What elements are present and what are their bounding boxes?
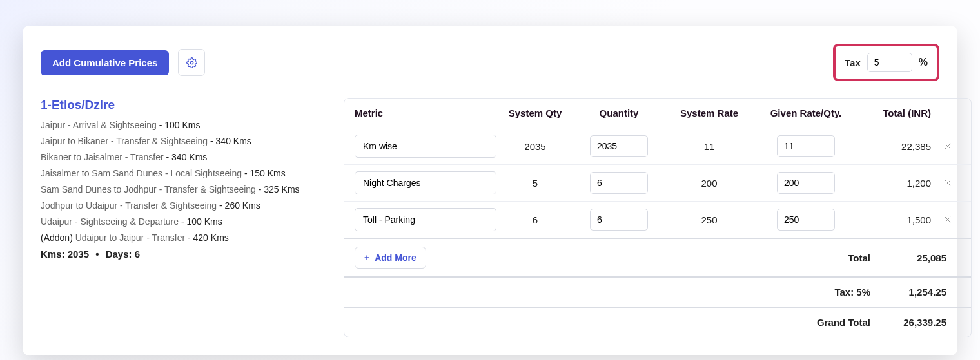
route-line: Udaipur - Sightseeing & Departure - 100 …: [41, 215, 318, 229]
close-icon: [943, 142, 952, 151]
route-km: - 340 Kms: [166, 152, 208, 162]
table-tax-row: Tax: 5% 1,254.25: [344, 278, 971, 308]
itinerary-panel: 1-Etios/Dzire Jaipur - Arrival & Sightse…: [41, 98, 318, 260]
route-segment: Jodhpur to Udaipur - Transfer & Sightsee…: [41, 200, 219, 211]
summary-kms: Kms: 2035: [41, 249, 89, 260]
pricing-card: Add Cumulative Prices Tax % 1-Etios/Dzir…: [23, 26, 957, 355]
route-segment: Udaipur - Sightseeing & Departure: [41, 216, 181, 227]
tax-row-label: Tax: 5%: [754, 287, 870, 298]
row-total-cell: 1,200: [858, 178, 935, 189]
route-km: - 100 Kms: [181, 216, 222, 227]
route-line: Jaipur - Arrival & Sightseeing - 100 Kms: [41, 118, 318, 132]
vehicle-title: 1-Etios/Dzire: [41, 98, 318, 112]
grand-total-value: 26,339.25: [870, 317, 961, 328]
close-icon: [943, 178, 952, 187]
settings-button[interactable]: [178, 49, 205, 76]
system-rate-cell: 250: [664, 214, 754, 225]
th-metric: Metric: [355, 108, 496, 118]
route-segment: Bikaner to Jaisalmer - Transfer: [41, 152, 166, 162]
table-header: Metric System Qty Quantity System Rate G…: [344, 99, 971, 128]
add-more-label: Add More: [375, 252, 416, 263]
system-rate-cell: 200: [664, 178, 754, 189]
table-grand-total-row: Grand Total 26,339.25: [344, 308, 971, 337]
quantity-input[interactable]: [590, 135, 648, 157]
route-km: - 100 Kms: [159, 120, 201, 130]
add-cumulative-prices-button[interactable]: Add Cumulative Prices: [41, 50, 169, 75]
total-value: 25,085: [870, 252, 961, 263]
tax-highlight-box: Tax %: [833, 44, 939, 81]
tax-input[interactable]: [867, 53, 912, 72]
add-more-button[interactable]: + Add More: [355, 247, 426, 269]
pricing-table: Metric System Qty Quantity System Rate G…: [344, 98, 972, 337]
grand-total-label: Grand Total: [754, 317, 870, 328]
given-rate-input[interactable]: [777, 135, 835, 157]
tax-label: Tax: [845, 57, 861, 68]
topbar-left: Add Cumulative Prices: [41, 49, 205, 76]
route-km: - 420 Kms: [188, 232, 229, 243]
th-system-qty: System Qty: [496, 108, 574, 118]
route-km: - 260 Kms: [219, 200, 260, 211]
tax-row-value: 1,254.25: [870, 287, 961, 298]
metric-input[interactable]: [355, 171, 496, 194]
route-segment: Jaipur to Bikaner - Transfer & Sightseei…: [41, 136, 210, 146]
total-label: Total: [754, 252, 870, 263]
system-rate-cell: 11: [664, 141, 754, 152]
quantity-input[interactable]: [590, 172, 648, 194]
route-km: - 150 Kms: [244, 168, 286, 178]
route-list: Jaipur - Arrival & Sightseeing - 100 Kms…: [41, 118, 318, 245]
metric-input[interactable]: [355, 208, 496, 231]
th-total: Total (INR): [858, 108, 935, 118]
content: 1-Etios/Dzire Jaipur - Arrival & Sightse…: [41, 98, 939, 337]
system-qty-cell: 2035: [496, 141, 574, 152]
th-given-rate: Given Rate/Qty.: [754, 108, 858, 118]
close-icon: [943, 215, 952, 224]
summary-line: Kms: 2035 • Days: 6: [41, 249, 318, 260]
table-row: 62501,500: [344, 202, 971, 238]
route-line: Sam Sand Dunes to Jodhpur - Transfer & S…: [41, 183, 318, 196]
given-rate-input[interactable]: [777, 209, 835, 231]
given-rate-input[interactable]: [777, 172, 835, 194]
route-line: Bikaner to Jaisalmer - Transfer - 340 Km…: [41, 151, 318, 164]
route-segment: Sam Sand Dunes to Jodhpur - Transfer & S…: [41, 184, 259, 194]
route-line: Jodhpur to Udaipur - Transfer & Sightsee…: [41, 199, 318, 213]
svg-point-0: [190, 61, 193, 64]
summary-days: Days: 6: [106, 249, 140, 260]
pricing-table-panel: Metric System Qty Quantity System Rate G…: [344, 98, 972, 337]
route-km: - 340 Kms: [210, 136, 251, 146]
gear-icon: [186, 57, 197, 68]
summary-sep: •: [95, 249, 99, 260]
route-km: - 325 Kms: [259, 184, 300, 194]
quantity-input[interactable]: [590, 209, 648, 231]
delete-row-button[interactable]: [935, 142, 961, 151]
row-total-cell: 22,385: [858, 141, 935, 152]
table-row: 52001,200: [344, 165, 971, 202]
row-total-cell: 1,500: [858, 214, 935, 225]
route-line: Jaipur to Bikaner - Transfer & Sightseei…: [41, 135, 318, 148]
system-qty-cell: 5: [496, 178, 574, 189]
metric-input[interactable]: [355, 135, 496, 158]
route-segment: Udaipur to Jaipur - Transfer: [75, 232, 188, 243]
plus-icon: +: [364, 252, 369, 263]
table-row: 20351122,385: [344, 128, 971, 165]
table-add-row: + Add More Total 25,085: [344, 238, 971, 278]
delete-row-button[interactable]: [935, 178, 961, 187]
delete-row-button[interactable]: [935, 215, 961, 224]
route-line: (Addon) Udaipur to Jaipur - Transfer - 4…: [41, 231, 318, 245]
system-qty-cell: 6: [496, 214, 574, 225]
topbar: Add Cumulative Prices Tax %: [41, 44, 939, 81]
route-segment: Jaisalmer to Sam Sand Dunes - Local Sigh…: [41, 168, 244, 178]
route-addon-tag: (Addon): [41, 232, 75, 243]
th-quantity: Quantity: [574, 108, 664, 118]
route-line: Jaisalmer to Sam Sand Dunes - Local Sigh…: [41, 167, 318, 180]
th-system-rate: System Rate: [664, 108, 754, 118]
route-segment: Jaipur - Arrival & Sightseeing: [41, 120, 159, 130]
tax-suffix: %: [919, 57, 928, 68]
